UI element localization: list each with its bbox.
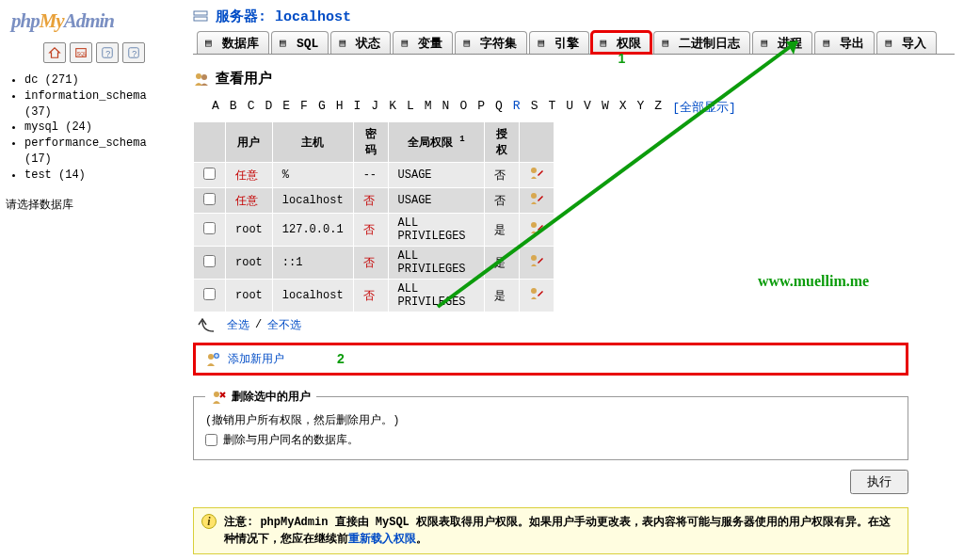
- server-label: 服务器: localhost: [216, 8, 351, 25]
- tab-10[interactable]: ▤导入: [876, 31, 937, 54]
- table-row: root::1否ALL PRIVILEGES是: [194, 247, 554, 280]
- row-checkbox[interactable]: [203, 255, 216, 267]
- table-row: rootlocalhost否ALL PRIVILEGES是: [194, 280, 554, 312]
- edit-icon[interactable]: [529, 220, 544, 235]
- svg-point-15: [208, 354, 214, 360]
- alpha-S[interactable]: S: [531, 99, 538, 116]
- tab-icon: ▤: [205, 37, 218, 50]
- tab-1[interactable]: ▤SQL: [271, 31, 329, 54]
- add-user-link[interactable]: 添加新用户: [228, 351, 284, 367]
- alpha-Y[interactable]: Y: [637, 99, 645, 116]
- alpha-T[interactable]: T: [548, 99, 555, 116]
- delete-user-icon: [211, 390, 226, 405]
- reload-privileges-link[interactable]: 重新载入权限: [348, 533, 416, 546]
- alpha-C[interactable]: C: [248, 99, 255, 116]
- logo: phpMyAdmin: [11, 9, 178, 33]
- alpha-X[interactable]: X: [619, 99, 627, 116]
- tab-4[interactable]: ▤字符集: [455, 31, 527, 54]
- tab-icon: ▤: [339, 37, 352, 50]
- edit-icon[interactable]: [529, 286, 544, 301]
- alpha-W[interactable]: W: [602, 99, 609, 116]
- alpha-E[interactable]: E: [282, 99, 290, 116]
- select-none-link[interactable]: 全不选: [267, 317, 301, 333]
- alpha-J[interactable]: J: [371, 99, 378, 116]
- select-all-link[interactable]: 全选: [227, 317, 249, 333]
- alpha-R[interactable]: R: [513, 99, 521, 116]
- db-item[interactable]: dc (271): [24, 72, 178, 88]
- execute-button[interactable]: 执行: [850, 470, 908, 494]
- alpha-G[interactable]: G: [318, 99, 326, 116]
- tab-9[interactable]: ▤导出: [814, 31, 875, 54]
- tab-7[interactable]: ▤二进制日志: [653, 31, 750, 54]
- alpha-K[interactable]: K: [389, 99, 396, 116]
- th: 用户: [226, 122, 273, 163]
- annotation-1: 1: [619, 51, 626, 66]
- row-checkbox[interactable]: [203, 222, 216, 234]
- tab-2[interactable]: ▤状态: [330, 31, 391, 54]
- alpha-M[interactable]: M: [425, 99, 432, 116]
- tab-icon: ▤: [823, 37, 836, 50]
- alpha-L[interactable]: L: [407, 99, 414, 116]
- tab-6[interactable]: ▤权限1: [591, 31, 651, 54]
- notice-1: i 注意: phpMyAdmin 直接由 MySQL 权限表取得用户权限。如果用…: [193, 507, 908, 554]
- alpha-show-all[interactable]: [全部显示]: [672, 99, 736, 116]
- db-item[interactable]: mysql (24): [24, 120, 178, 136]
- alpha-A[interactable]: A: [212, 99, 219, 116]
- table-row: 任意%--USAGE否: [194, 163, 554, 188]
- row-checkbox[interactable]: [203, 193, 216, 205]
- svg-rect-6: [194, 11, 207, 15]
- svg-point-14: [531, 288, 537, 294]
- drop-db-checkbox[interactable]: [205, 434, 217, 446]
- alpha-Q[interactable]: Q: [495, 99, 503, 116]
- tab-icon: ▤: [662, 37, 675, 50]
- svg-point-13: [531, 255, 537, 261]
- row-checkbox[interactable]: [203, 168, 216, 180]
- alpha-H[interactable]: H: [336, 99, 344, 116]
- alpha-U[interactable]: U: [566, 99, 573, 116]
- svg-text:?: ?: [105, 49, 110, 58]
- edit-icon[interactable]: [529, 166, 544, 181]
- help-icon[interactable]: ?: [96, 42, 119, 63]
- select-db-prompt: 请选择数据库: [6, 197, 178, 213]
- edit-icon[interactable]: [529, 191, 544, 206]
- db-item[interactable]: performance_schema (17): [24, 136, 178, 168]
- db-item[interactable]: test (14): [24, 168, 178, 184]
- server-icon: [193, 9, 208, 24]
- tab-0[interactable]: ▤数据库: [197, 31, 269, 54]
- info-icon: i: [201, 514, 217, 529]
- db-item[interactable]: information_schema (37): [24, 88, 178, 120]
- table-row: 任意localhost否USAGE否: [194, 188, 554, 214]
- section-title: 查看用户: [193, 70, 955, 88]
- th: 密码: [353, 122, 388, 163]
- svg-point-12: [531, 222, 537, 228]
- tab-bar: ▤数据库▤SQL▤状态▤变量▤字符集▤引擎▤权限1▤二进制日志▤进程▤导出▤导入: [193, 31, 955, 55]
- tab-3[interactable]: ▤变量: [393, 31, 453, 54]
- alpha-Z[interactable]: Z: [654, 99, 662, 116]
- alpha-D[interactable]: D: [265, 99, 272, 116]
- tab-icon: ▤: [600, 37, 613, 50]
- svg-point-17: [214, 392, 219, 397]
- alpha-N[interactable]: N: [442, 99, 450, 116]
- watermark: www.muellim.me: [758, 273, 869, 290]
- alpha-filter: ABCDEFGHIJKLMNOPQRSTUVWXYZ[全部显示]: [212, 99, 955, 116]
- sql-icon[interactable]: SQL: [70, 42, 92, 63]
- add-user-icon: [205, 352, 220, 367]
- tab-5[interactable]: ▤引擎: [529, 31, 589, 54]
- alpha-B[interactable]: B: [230, 99, 237, 116]
- alpha-F[interactable]: F: [300, 99, 308, 116]
- tab-icon: ▤: [401, 37, 414, 50]
- row-checkbox[interactable]: [203, 288, 216, 300]
- tab-8[interactable]: ▤进程: [752, 31, 812, 54]
- alpha-I[interactable]: I: [354, 99, 362, 116]
- alpha-P[interactable]: P: [477, 99, 485, 116]
- delete-users-fieldset: 删除选中的用户 (撤销用户所有权限，然后删除用户。) 删除与用户同名的数据库。: [193, 389, 908, 460]
- alpha-O[interactable]: O: [459, 99, 467, 116]
- users-table: 用户主机密码全局权限 1授权 任意%--USAGE否任意localhost否US…: [193, 121, 554, 312]
- th: 授权: [485, 122, 520, 163]
- alpha-V[interactable]: V: [584, 99, 591, 116]
- edit-icon[interactable]: [529, 253, 544, 268]
- docs-icon[interactable]: ?: [122, 42, 145, 63]
- svg-point-8: [196, 73, 201, 79]
- svg-point-9: [201, 74, 207, 80]
- home-icon[interactable]: [43, 42, 66, 63]
